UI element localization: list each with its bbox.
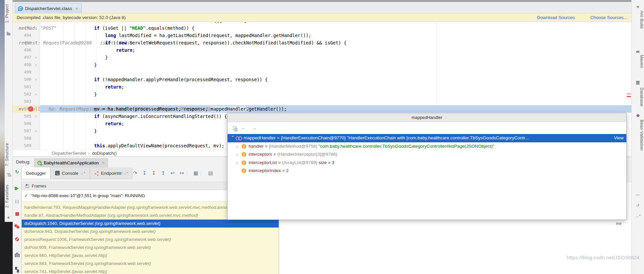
line-number: 507 <box>13 127 31 135</box>
tab-debugger[interactable]: Debugger <box>21 167 50 179</box>
tab-endpoints[interactable]: Endpoints→* <box>90 167 132 179</box>
tab-close-icon[interactable]: × <box>75 6 78 11</box>
run-configuration-tab[interactable]: BabyHealthCareApplication × <box>34 158 108 167</box>
code-line[interactable]: 503 <box>13 98 631 105</box>
expander-chevron-icon[interactable]: › <box>236 142 242 151</box>
sidebar-item-database[interactable]: Database <box>632 88 644 107</box>
sidebar-item-project[interactable]: 1: Project <box>5 4 12 23</box>
copy-value-icon[interactable] <box>233 126 236 130</box>
line-number: 496 <box>13 46 31 54</box>
editor-tab-bar: C DispatcherServlet.class × <box>13 2 631 13</box>
run-to-cursor-icon[interactable]: ↦ <box>178 170 186 176</box>
fold-marker[interactable]: ∨ <box>33 113 39 120</box>
fold-marker[interactable]: ∧ <box>33 91 39 98</box>
code-line[interactable]: 500∨if (!mappedHandler.applyPreHandle(pr… <box>13 76 631 83</box>
code-line[interactable]: 497∧} <box>13 54 631 61</box>
error-stripe-mark[interactable] <box>627 93 631 95</box>
variable-row[interactable]: ›finterceptorList = {ArrayList@9789} siz… <box>228 159 626 167</box>
line-number: 503 <box>13 98 31 105</box>
code-line[interactable]: 495∨if ((new ServletWebRequest(request, … <box>13 39 631 46</box>
download-sources-link[interactable]: Download Sources <box>537 15 575 20</box>
fold-marker[interactable]: ∧ <box>33 61 39 68</box>
stack-frame-row[interactable]: doPost:909, FrameworkServlet (org.spring… <box>22 244 279 252</box>
pause-icon[interactable] <box>13 199 21 204</box>
stack-frame-row[interactable]: doDispatch:1040, DispatcherServlet (org.… <box>22 220 279 228</box>
sidebar-item-favorites[interactable]: 2: Favorites <box>5 184 12 208</box>
console-icon <box>55 171 60 175</box>
stack-frame-row[interactable]: service:741, HttpServlet (javax.servlet.… <box>22 268 279 274</box>
code-line[interactable]: 502∧} <box>13 91 631 98</box>
maven-icon: m <box>632 49 644 54</box>
step-over-icon[interactable]: ↷ <box>131 170 139 176</box>
force-step-into-icon[interactable]: ↧ <box>150 170 157 176</box>
sidebar-item-structure[interactable]: 7: Structure <box>5 143 12 166</box>
expander-chevron-icon[interactable]: › <box>236 159 242 167</box>
step-into-icon[interactable]: ↧ <box>141 170 148 176</box>
line-number: 493 <box>13 24 31 32</box>
variable-row[interactable]: ›fhandler = {HandlerMethod@9758} "com.ba… <box>228 142 626 151</box>
fold-marker[interactable]: ∧ <box>33 54 39 61</box>
threads-view-icon[interactable]: ≡ <box>117 170 125 176</box>
drop-frame-icon[interactable]: ↩ <box>169 170 176 176</box>
run-tab-close-icon[interactable]: × <box>102 160 105 165</box>
code-line[interactable]: 498∧} <box>13 61 631 68</box>
code-line[interactable]: 496return; <box>13 46 631 54</box>
code-line[interactable]: 499 <box>13 68 631 76</box>
tab-console[interactable]: Console→* <box>50 167 90 179</box>
sidebar-item-ant-build[interactable]: Ant Build <box>632 11 644 29</box>
variable-row[interactable]: ›mappedHandler = {HandlerExecutionChain@… <box>228 134 626 142</box>
right-tool-window-stripe: ✳ Ant Build m Maven Database Bean Valida… <box>631 0 644 274</box>
view-breakpoints-icon[interactable] <box>13 224 21 230</box>
fold-marker[interactable]: ∧ <box>33 127 39 135</box>
forward-arrow-icon[interactable]: → <box>251 125 257 131</box>
field-icon: f <box>242 144 246 149</box>
step-out-icon[interactable]: ↥ <box>159 170 167 176</box>
code-line[interactable]: 492)); } <box>13 22 631 24</box>
project-icon <box>5 32 12 36</box>
restore-layout-icon[interactable]: ▚ <box>13 267 21 272</box>
fold-marker[interactable]: ∨ <box>33 24 39 32</box>
sidebar-item-maven[interactable]: Maven <box>632 55 644 68</box>
editor-tab-dispatcherservlet[interactable]: C DispatcherServlet.class × <box>15 3 82 13</box>
thread-dump-icon[interactable] <box>13 253 21 258</box>
sidebar-item-bean-validation[interactable]: Bean Validation <box>632 120 644 151</box>
layout-settings-icon[interactable]: ▤ <box>207 170 214 176</box>
breakpoint-icon[interactable]: ✓ <box>28 106 33 112</box>
stop-icon[interactable] <box>13 212 21 217</box>
restore-icon[interactable]: ↺ <box>632 203 644 208</box>
structure-icon <box>5 173 12 177</box>
fold-marker[interactable]: ∨ <box>33 39 39 46</box>
variable-text: interceptors = {HandlerInterceptor[3]@97… <box>249 150 626 159</box>
view-link-clipped[interactable]: ew <box>616 221 622 226</box>
fold-marker[interactable]: ∨ <box>33 76 39 83</box>
line-number: 509 <box>13 142 31 149</box>
choose-sources-link[interactable]: Choose Sources... <box>590 15 627 20</box>
breadcrumb-item[interactable]: DispatcherServlet <box>52 151 86 156</box>
pin-icon[interactable]: →* <box>80 171 85 175</box>
stack-frame-row[interactable]: doService:943, DispatcherServlet (org.sp… <box>22 228 279 236</box>
pin-icon[interactable]: →* <box>632 214 644 219</box>
wallpaper-dark-area <box>0 222 13 274</box>
variable-row[interactable]: ›finterceptors = {HandlerInterceptor[3]@… <box>228 150 626 159</box>
mute-breakpoints-icon[interactable] <box>13 237 21 242</box>
expander-chevron-icon[interactable]: › <box>236 150 242 159</box>
code-line[interactable]: 494long lastModified = ha.getLastModifie… <box>13 32 631 39</box>
stack-frame-row[interactable]: service:883, FrameworkServlet (org.sprin… <box>22 260 279 268</box>
breadcrumb-item[interactable]: doDispatch() <box>92 151 117 156</box>
code-line[interactable]: 501return; <box>13 83 631 91</box>
back-arrow-icon[interactable]: ← <box>241 125 247 131</box>
evaluate-expression-icon[interactable]: ▦ <box>192 170 200 176</box>
hide-icon[interactable]: — <box>632 192 644 197</box>
stack-frame-row[interactable]: processRequest:1006, FrameworkServlet (o… <box>22 236 279 244</box>
stack-frame-row[interactable]: service:660, HttpServlet (javax.servlet.… <box>22 252 279 260</box>
error-stripe-mark[interactable] <box>627 96 631 97</box>
line-number: 501 <box>13 83 31 91</box>
field-icon: f <box>242 160 246 165</box>
code-line[interactable]: 504mv = ha.handle(processedRequest, resp… <box>13 105 631 113</box>
code-line[interactable]: 493∨if (isGet || "HEAD".equals(method)) … <box>13 24 631 32</box>
resume-icon[interactable] <box>13 186 21 191</box>
variable-row[interactable]: finterceptorIndex = 2 <box>228 167 626 175</box>
rerun-debug-icon[interactable]: ↻ <box>13 169 21 174</box>
line-number: 492 <box>13 22 31 24</box>
view-link[interactable]: View <box>614 134 624 142</box>
